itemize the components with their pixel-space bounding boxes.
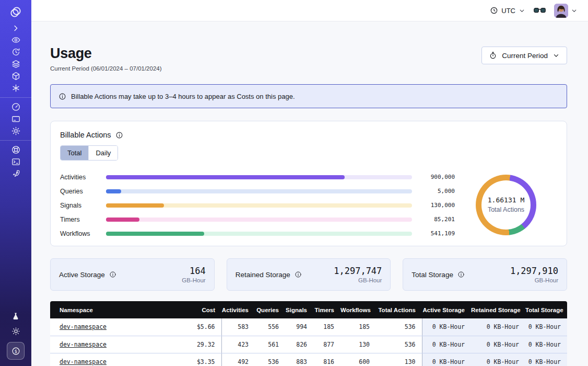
user-menu[interactable] <box>554 4 578 18</box>
bar-fill <box>106 189 121 193</box>
donut-center: 1.66131 M Total Actions <box>481 180 531 230</box>
col-total-actions: Total Actions <box>376 301 422 318</box>
info-icon[interactable] <box>109 271 116 278</box>
col-namespace: Namespace <box>50 301 174 318</box>
settings-gear-icon[interactable] <box>0 125 31 137</box>
cell-total-storage: 0 KB-Hour <box>525 336 567 353</box>
namespaces-eye-icon[interactable] <box>0 34 31 46</box>
info-icon[interactable] <box>295 271 302 278</box>
docs-terminal-icon[interactable] <box>0 156 31 168</box>
bar-row-signals: Signals 130,000 <box>60 198 455 212</box>
glasses-icon[interactable] <box>534 7 546 14</box>
chevron-down-icon <box>552 52 560 59</box>
usage-coin-icon[interactable]: $ <box>7 342 25 360</box>
info-banner: Billable Actions may take up to 3–4 hour… <box>50 84 567 108</box>
page-title: Usage <box>50 45 162 62</box>
main-content: Usage Current Period (06/01/2024 – 07/01… <box>31 45 588 366</box>
topbar: UTC <box>31 0 588 21</box>
cell-active-storage: 0 KB-Hour <box>422 353 471 366</box>
donut-total-label: Total Actions <box>488 206 524 213</box>
rocket-icon[interactable] <box>0 168 31 180</box>
bar-value: 900,000 <box>417 174 455 180</box>
cell-cost: 29.32 <box>174 336 221 353</box>
col-timers: Timers <box>313 301 340 318</box>
cell-activities: 583 <box>221 318 255 336</box>
col-active-storage: Active Storage <box>422 301 471 318</box>
billable-actions-title: Billable Actions <box>60 131 111 139</box>
info-icon[interactable] <box>457 271 465 278</box>
bar-fill <box>106 218 139 222</box>
cell-activities: 492 <box>221 353 255 366</box>
history-clock-icon[interactable] <box>0 46 31 58</box>
cell-total-actions: 130 <box>376 353 422 366</box>
cell-retained-storage: 0 KB-Hour <box>471 336 525 353</box>
namespace-link[interactable]: dev-namespace <box>60 341 107 348</box>
tab-total[interactable]: Total <box>61 146 88 160</box>
billing-card-icon[interactable] <box>0 113 31 125</box>
chevron-right-icon[interactable] <box>0 22 31 34</box>
bar-row-queries: Queries 5,000 <box>60 184 455 198</box>
timezone-selector[interactable]: UTC <box>490 6 525 15</box>
namespace-link[interactable]: dev-namespace <box>60 358 107 365</box>
cell-queries: 556 <box>255 318 285 336</box>
timezone-label: UTC <box>501 7 515 15</box>
bar-label: Timers <box>60 216 106 223</box>
bar-label: Workflows <box>60 230 106 237</box>
cell-timers: 185 <box>313 318 340 336</box>
col-total-storage: Total Storage <box>525 301 567 318</box>
sidebar-divider <box>0 140 31 141</box>
cell-retained-storage: 0 KB-Hour <box>471 318 525 336</box>
cell-active-storage: 0 KB-Hour <box>422 336 471 353</box>
cell-workflows: 185 <box>340 318 376 336</box>
avatar[interactable] <box>554 4 568 18</box>
bar-value: 85,201 <box>417 216 455 223</box>
donut-total-value: 1.66131 M <box>488 196 524 204</box>
cell-signals: 994 <box>285 318 313 336</box>
info-banner-text: Billable Actions may take up to 3–4 hour… <box>71 93 295 100</box>
sidebar: $ <box>0 0 31 366</box>
sidebar-divider <box>0 97 31 98</box>
retained-storage-unit: GB-Hour <box>334 277 382 283</box>
bar-row-workflows: Workflows 541,109 <box>60 226 455 241</box>
retained-storage-value: 1,297,747 <box>334 266 382 276</box>
total-storage-unit: GB-Hour <box>510 277 558 283</box>
table-row: dev-namespace $5.66 583 556 994 185 185 … <box>50 318 567 336</box>
support-lifebuoy-icon[interactable] <box>0 144 31 156</box>
bar-fill <box>106 232 204 236</box>
cell-retained-storage: 0 KB-Hour <box>471 353 525 366</box>
cell-queries: 536 <box>255 353 285 366</box>
total-storage-label: Total Storage <box>411 271 453 279</box>
bar-value: 5,000 <box>417 188 455 195</box>
cell-workflows: 600 <box>340 353 376 366</box>
billable-actions-card: Billable Actions Total Daily Activities … <box>50 121 567 246</box>
total-actions-donut: 1.66131 M Total Actions <box>455 169 557 241</box>
cell-timers: 877 <box>313 336 340 353</box>
lab-flask-icon[interactable] <box>0 310 31 322</box>
asterisk-icon[interactable] <box>0 82 31 94</box>
donut-ring: 1.66131 M Total Actions <box>476 175 536 235</box>
cube-icon[interactable] <box>0 70 31 82</box>
info-icon[interactable] <box>115 131 123 139</box>
table-row: dev-namespace $3.35 492 536 883 816 600 … <box>50 353 567 366</box>
layers-icon[interactable] <box>0 58 31 70</box>
namespace-link[interactable]: dev-namespace <box>60 323 107 330</box>
cell-signals: 883 <box>285 353 313 366</box>
period-selector-button[interactable]: Current Period <box>481 47 567 64</box>
billable-actions-chart: Activities 900,000 Queries 5,000 Signals… <box>60 169 557 241</box>
sidebar-bottom-group: $ <box>0 310 31 360</box>
svg-text:$: $ <box>14 348 17 353</box>
col-queries: Queries <box>255 301 285 318</box>
total-storage-value: 1,297,910 <box>510 266 558 276</box>
active-storage-card: Active Storage 164 GB-Hour <box>50 258 215 291</box>
chevron-down-icon <box>571 7 578 14</box>
col-retained-storage: Retained Storage <box>471 301 525 318</box>
theme-sun-icon[interactable] <box>0 325 31 337</box>
bar-track <box>106 232 412 236</box>
bar-value: 541,109 <box>417 230 455 237</box>
gauge-icon[interactable] <box>0 101 31 113</box>
tab-daily[interactable]: Daily <box>88 146 117 160</box>
col-signals: Signals <box>285 301 313 318</box>
info-icon <box>58 93 66 100</box>
active-storage-value: 164 <box>182 266 205 276</box>
temporal-logo-icon[interactable] <box>0 4 31 20</box>
